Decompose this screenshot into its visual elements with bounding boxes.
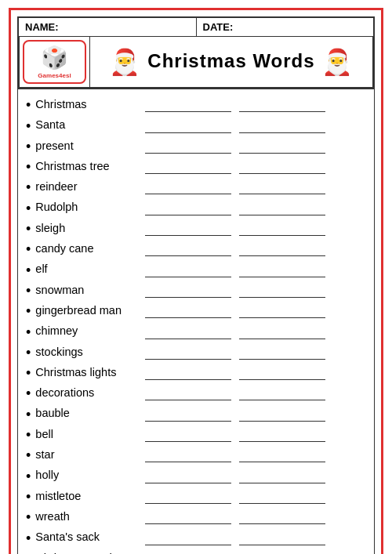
list-item: •mistletoe	[26, 486, 366, 506]
list-item: •Rudolph	[26, 197, 366, 217]
write-line-2	[239, 512, 325, 524]
write-lines	[145, 368, 366, 380]
write-line-1	[145, 265, 231, 277]
bullet-icon: •	[26, 284, 31, 298]
santa-left: 🎅	[109, 48, 141, 76]
write-line-1	[145, 491, 231, 504]
logo-icon: 🎲	[41, 45, 68, 71]
write-lines	[145, 471, 366, 483]
write-line-2	[239, 368, 325, 380]
write-lines	[145, 265, 366, 277]
list-item: •candy cane	[26, 238, 366, 259]
bullet-icon: •	[26, 160, 31, 174]
write-lines	[145, 121, 366, 133]
write-line-2	[239, 533, 325, 545]
list-item: •Christmas tree	[26, 156, 366, 176]
word-label: candy cane	[35, 241, 145, 256]
bullet-icon: •	[26, 119, 31, 133]
word-label: elf	[35, 261, 145, 277]
write-line-1	[145, 161, 231, 174]
write-line-2	[239, 121, 325, 133]
write-line-1	[145, 182, 231, 194]
write-line-2	[239, 265, 325, 277]
bullet-icon: •	[26, 407, 31, 422]
write-lines	[145, 450, 366, 462]
write-lines	[145, 182, 366, 194]
word-label: holly	[35, 467, 145, 483]
bullet-icon: •	[26, 325, 31, 339]
write-line-1	[145, 100, 231, 112]
word-label: snowman	[35, 282, 145, 298]
bullet-icon: •	[26, 263, 31, 277]
write-line-2	[239, 285, 325, 298]
write-line-2	[239, 327, 325, 339]
word-label: chimney	[35, 323, 145, 339]
list-item: •star	[26, 444, 366, 465]
write-line-1	[145, 388, 231, 400]
write-line-1	[145, 533, 231, 545]
write-line-1	[145, 203, 231, 215]
write-lines	[145, 533, 366, 545]
bullet-icon: •	[26, 242, 31, 256]
write-line-2	[239, 409, 325, 422]
bullet-icon: •	[26, 386, 31, 400]
write-line-2	[239, 450, 325, 462]
write-lines	[145, 244, 366, 256]
list-item: •bell	[26, 424, 366, 444]
write-lines	[145, 203, 366, 215]
list-item: •chimney	[26, 320, 366, 341]
bullet-icon: •	[26, 180, 31, 194]
list-item: •holly	[26, 465, 366, 485]
bullet-icon: •	[26, 490, 31, 504]
word-label: reindeer	[35, 179, 145, 194]
bullet-icon: •	[26, 98, 31, 112]
bullet-icon: •	[26, 201, 31, 215]
bullet-icon: •	[26, 510, 31, 524]
write-line-2	[239, 347, 325, 360]
word-label: present	[35, 138, 145, 154]
name-date-row: NAME: DATE:	[19, 18, 373, 37]
word-label: star	[35, 447, 145, 462]
list-item: •sleigh	[26, 218, 366, 238]
write-line-2	[239, 306, 325, 318]
word-label: bauble	[35, 405, 145, 421]
write-line-1	[145, 121, 231, 133]
write-lines	[145, 327, 366, 339]
word-label: Christmas	[35, 96, 145, 112]
word-label: decorations	[35, 385, 145, 400]
write-line-2	[239, 203, 325, 215]
list-item: •decorations	[26, 382, 366, 403]
list-item: •Christmas card	[26, 548, 366, 554]
write-line-1	[145, 327, 231, 339]
page-title: 🎅 Christmas Words 🎅	[90, 42, 372, 81]
write-line-2	[239, 244, 325, 256]
write-lines	[145, 100, 366, 112]
word-label: stockings	[35, 344, 145, 360]
write-line-2	[239, 182, 325, 194]
bullet-icon: •	[26, 346, 31, 360]
write-line-1	[145, 409, 231, 422]
write-lines	[145, 512, 366, 524]
write-lines	[145, 306, 366, 318]
word-label: Christmas lights	[35, 364, 145, 380]
write-line-2	[239, 491, 325, 504]
bullet-icon: •	[26, 531, 31, 545]
list-item: •elf	[26, 259, 366, 279]
bullet-icon: •	[26, 222, 31, 236]
write-line-1	[145, 347, 231, 360]
word-list: •Christmas•Santa•present•Christmas tree•…	[26, 94, 366, 554]
write-lines	[145, 223, 366, 236]
logo-text: Games4esl	[38, 72, 71, 79]
word-list-area: •Christmas•Santa•present•Christmas tree•…	[17, 89, 375, 554]
write-lines	[145, 491, 366, 504]
list-item: •present	[26, 136, 366, 156]
write-line-2	[239, 471, 325, 483]
write-line-1	[145, 471, 231, 483]
list-item: •snowman	[26, 280, 366, 300]
list-item: •Christmas lights	[26, 362, 366, 382]
worksheet-container: NAME: DATE: 🎲 Games4esl 🎅 Christmas Word…	[9, 8, 383, 554]
write-line-1	[145, 306, 231, 318]
list-item: •Santa	[26, 114, 366, 135]
write-lines	[145, 285, 366, 298]
word-label: gingerbread man	[35, 302, 145, 318]
